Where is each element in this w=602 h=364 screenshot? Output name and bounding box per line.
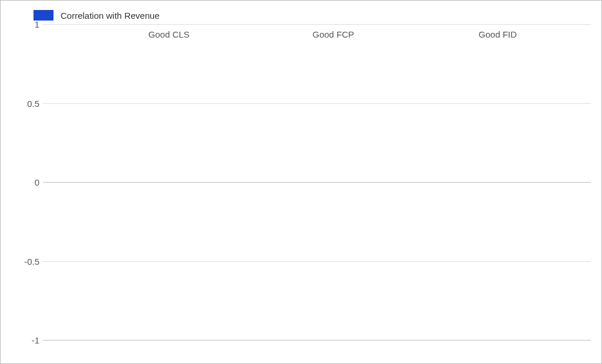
legend: Correlation with Revenue xyxy=(34,10,159,21)
gridline-bottom xyxy=(43,340,591,341)
legend-label: Correlation with Revenue xyxy=(61,11,159,21)
chart-frame: Correlation with Revenue 1 0.5 0 -0.5 -1… xyxy=(0,0,602,364)
xtick-label: Good FID xyxy=(426,29,568,39)
ytick-label: 0.5 xyxy=(19,98,39,108)
ytick-label: -1 xyxy=(19,335,39,345)
ytick-label: 0 xyxy=(19,177,39,187)
bars-layer: 0.25 Good CLS 0.31 Good FCP 0.17 Good FI… xyxy=(43,24,591,340)
plot-area: 1 0.5 0 -0.5 -1 0.25 Good CLS 0.31 Good … xyxy=(43,24,591,340)
ytick-label: -0.5 xyxy=(19,256,39,266)
xtick-label: Good CLS xyxy=(98,29,240,39)
xtick-label: Good FCP xyxy=(262,29,404,39)
ytick-label: 1 xyxy=(19,19,39,29)
